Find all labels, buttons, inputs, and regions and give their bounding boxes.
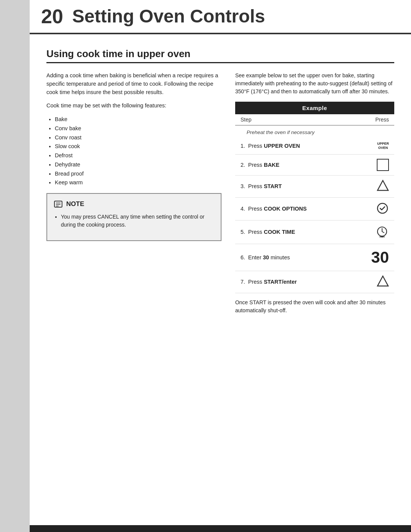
step-2-bold: BAKE	[264, 162, 279, 168]
step-1-press: UPPEROVEN	[351, 137, 394, 154]
intro-para2: Cook time may be set with the following …	[46, 102, 221, 110]
example-header-row: Example	[235, 102, 394, 114]
list-item: Bake	[55, 115, 221, 124]
list-item: Defrost	[55, 152, 221, 160]
bake-icon	[377, 159, 389, 171]
col-header-row: Step Press	[235, 114, 394, 125]
right-column: See example below to set the upper oven …	[235, 72, 394, 511]
step-row-3: 3. Press START	[235, 175, 394, 197]
step-1-num: 1. Press	[241, 143, 264, 149]
note-icon	[53, 199, 63, 209]
step-7-press	[351, 271, 394, 293]
section-title: Using cook time in upper oven	[46, 48, 394, 63]
step-5-desc: 5. Press COOK TIME	[235, 220, 351, 244]
main-content: Using cook time in upper oven Adding a c…	[30, 34, 411, 525]
page-number: 20	[41, 6, 63, 26]
example-table: Example Step Press Preheat the oven if n…	[235, 102, 394, 293]
step-3-desc: 3. Press START	[235, 175, 351, 197]
step-6-press: 30	[351, 244, 394, 271]
step-6-desc: 6. Enter 30 minutes	[235, 244, 351, 271]
step-6-after: minutes	[269, 254, 290, 260]
list-item: Bread proof	[55, 170, 221, 178]
right-desc: See example below to set the upper oven …	[235, 72, 394, 96]
note-label: NOTE	[66, 199, 84, 209]
step-4-num: 4. Press	[241, 206, 264, 212]
col-step-header: Step	[235, 114, 351, 125]
step-row-5: 5. Press COOK TIME	[235, 220, 394, 244]
step-row-2: 2. Press BAKE	[235, 154, 394, 175]
note-box: NOTE You may press CANCEL any time when …	[46, 193, 221, 241]
note-item: You may press CANCEL any time when setti…	[61, 213, 215, 229]
footer-bar	[30, 525, 411, 532]
footer-text: Once START is pressed the oven will cook…	[235, 299, 394, 315]
step-3-bold: START	[264, 183, 282, 189]
step-4-desc: 4. Press COOK OPTIONS	[235, 197, 351, 220]
step-row-7: 7. Press START/enter	[235, 271, 394, 293]
cook-options-icon	[376, 202, 389, 215]
step-3-press	[351, 175, 394, 197]
step-2-press	[351, 154, 394, 175]
step-5-press	[351, 220, 394, 244]
preheat-text: Preheat the oven if necessary	[235, 125, 394, 137]
header: 20 Setting Oven Controls	[30, 0, 411, 34]
example-label: Example	[235, 102, 394, 114]
cook-time-icon	[375, 225, 389, 238]
step-row-1: 1. Press UPPER OVEN UPPEROVEN	[235, 137, 394, 154]
upper-oven-icon: UPPEROVEN	[377, 142, 389, 150]
list-item: Conv bake	[55, 125, 221, 133]
start-enter-icon	[377, 275, 389, 288]
list-item: Keep warm	[55, 179, 221, 187]
step-7-num: 7. Press	[241, 279, 264, 285]
note-header: NOTE	[53, 199, 215, 209]
step-3-num: 3. Press	[241, 183, 264, 189]
left-column: Adding a cook time when baking is benefi…	[46, 72, 221, 511]
step-1-bold: UPPER OVEN	[264, 143, 300, 149]
svg-point-5	[378, 203, 387, 213]
step-6-num: 6. Enter	[241, 254, 263, 260]
number-30-icon: 30	[371, 248, 389, 266]
two-column-layout: Adding a cook time when baking is benefi…	[46, 72, 394, 511]
step-5-num: 5. Press	[241, 229, 264, 235]
preheat-row: Preheat the oven if necessary	[235, 125, 394, 137]
list-item: Slow cook	[55, 142, 221, 151]
note-list: You may press CANCEL any time when setti…	[53, 213, 215, 229]
svg-marker-4	[378, 181, 388, 190]
step-row-6: 6. Enter 30 minutes 30	[235, 244, 394, 271]
step-1-desc: 1. Press UPPER OVEN	[235, 137, 351, 154]
step-7-desc: 7. Press START/enter	[235, 271, 351, 293]
features-list: Bake Conv bake Conv roast Slow cook Defr…	[46, 115, 221, 187]
svg-line-8	[382, 232, 384, 233]
col-press-header: Press	[351, 114, 394, 125]
svg-marker-11	[378, 276, 388, 286]
step-row-4: 4. Press COOK OPTIONS	[235, 197, 394, 220]
list-item: Dehydrate	[55, 161, 221, 169]
intro-para1: Adding a cook time when baking is benefi…	[46, 72, 221, 96]
page-title: Setting Oven Controls	[72, 7, 265, 26]
step-5-bold: COOK TIME	[264, 229, 295, 235]
list-item: Conv roast	[55, 134, 221, 142]
start-icon	[377, 180, 389, 192]
step-2-desc: 2. Press BAKE	[235, 154, 351, 175]
sidebar	[0, 0, 30, 532]
step-4-bold: COOK OPTIONS	[264, 206, 307, 212]
step-2-num: 2. Press	[241, 162, 264, 168]
step-7-bold: START/enter	[264, 279, 297, 285]
step-4-press	[351, 197, 394, 220]
step-6-bold: 30	[263, 254, 269, 260]
